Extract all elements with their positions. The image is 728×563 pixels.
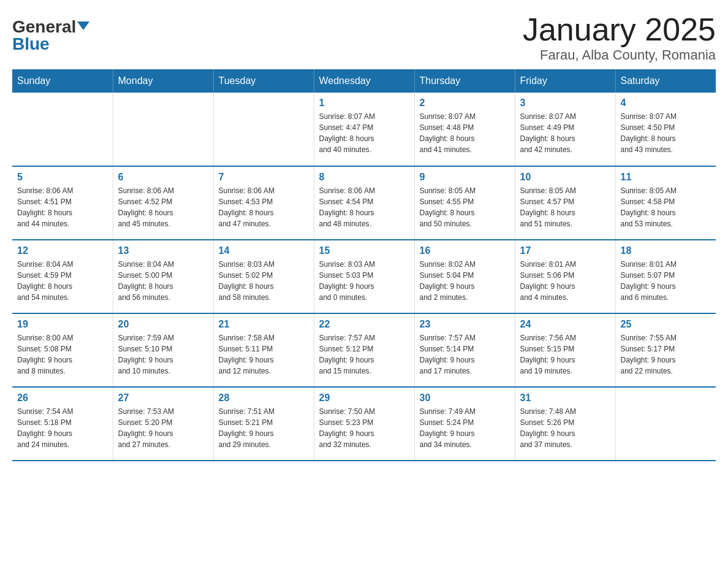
week-row-3: 12Sunrise: 8:04 AM Sunset: 4:59 PM Dayli… <box>12 240 716 313</box>
calendar-cell: 22Sunrise: 7:57 AM Sunset: 5:12 PM Dayli… <box>314 313 414 387</box>
page-header: General Blue January 2025 Farau, Alba Co… <box>12 12 716 63</box>
day-number: 6 <box>118 172 208 183</box>
logo-blue-text: Blue <box>12 36 50 53</box>
day-info: Sunrise: 7:57 AM Sunset: 5:12 PM Dayligh… <box>319 332 409 377</box>
calendar-cell: 18Sunrise: 8:01 AM Sunset: 5:07 PM Dayli… <box>615 240 716 313</box>
day-number: 8 <box>319 172 409 183</box>
day-info: Sunrise: 8:03 AM Sunset: 5:03 PM Dayligh… <box>319 259 409 303</box>
calendar-cell: 23Sunrise: 7:57 AM Sunset: 5:14 PM Dayli… <box>414 313 515 387</box>
day-number: 20 <box>118 319 208 330</box>
day-number: 25 <box>621 319 711 330</box>
calendar-cell: 8Sunrise: 8:06 AM Sunset: 4:54 PM Daylig… <box>314 166 414 240</box>
header-day-tuesday: Tuesday <box>213 69 314 93</box>
day-number: 22 <box>319 319 409 330</box>
day-info: Sunrise: 8:04 AM Sunset: 4:59 PM Dayligh… <box>17 259 108 303</box>
day-number: 29 <box>319 393 409 404</box>
day-number: 15 <box>319 245 409 256</box>
header-day-sunday: Sunday <box>12 69 113 93</box>
calendar-cell: 15Sunrise: 8:03 AM Sunset: 5:03 PM Dayli… <box>314 240 414 313</box>
day-info: Sunrise: 8:06 AM Sunset: 4:54 PM Dayligh… <box>319 185 409 229</box>
calendar-cell: 16Sunrise: 8:02 AM Sunset: 5:04 PM Dayli… <box>414 240 515 313</box>
day-info: Sunrise: 7:55 AM Sunset: 5:17 PM Dayligh… <box>621 332 711 377</box>
calendar-cell: 21Sunrise: 7:58 AM Sunset: 5:11 PM Dayli… <box>213 313 314 387</box>
calendar-table: SundayMondayTuesdayWednesdayThursdayFrid… <box>12 69 716 461</box>
day-number: 16 <box>420 245 510 256</box>
calendar-cell: 1Sunrise: 8:07 AM Sunset: 4:47 PM Daylig… <box>314 93 414 166</box>
day-info: Sunrise: 7:49 AM Sunset: 5:24 PM Dayligh… <box>420 406 510 450</box>
page-title: January 2025 <box>523 12 716 47</box>
calendar-cell: 7Sunrise: 8:06 AM Sunset: 4:53 PM Daylig… <box>213 166 314 240</box>
day-info: Sunrise: 7:59 AM Sunset: 5:10 PM Dayligh… <box>118 332 208 377</box>
day-number: 23 <box>420 319 510 330</box>
calendar-cell: 17Sunrise: 8:01 AM Sunset: 5:06 PM Dayli… <box>515 240 615 313</box>
day-info: Sunrise: 8:07 AM Sunset: 4:47 PM Dayligh… <box>319 111 409 155</box>
calendar-cell: 26Sunrise: 7:54 AM Sunset: 5:18 PM Dayli… <box>12 387 113 461</box>
calendar-body: 1Sunrise: 8:07 AM Sunset: 4:47 PM Daylig… <box>12 93 716 461</box>
day-info: Sunrise: 8:07 AM Sunset: 4:50 PM Dayligh… <box>621 111 711 155</box>
week-row-2: 5Sunrise: 8:06 AM Sunset: 4:51 PM Daylig… <box>12 166 716 240</box>
day-number: 19 <box>17 319 108 330</box>
calendar-cell: 9Sunrise: 8:05 AM Sunset: 4:55 PM Daylig… <box>414 166 515 240</box>
calendar-cell: 29Sunrise: 7:50 AM Sunset: 5:23 PM Dayli… <box>314 387 414 461</box>
day-number: 4 <box>621 98 711 109</box>
day-number: 17 <box>520 245 610 256</box>
week-row-4: 19Sunrise: 8:00 AM Sunset: 5:08 PM Dayli… <box>12 313 716 387</box>
day-info: Sunrise: 7:48 AM Sunset: 5:26 PM Dayligh… <box>520 406 610 450</box>
day-number: 5 <box>17 172 108 183</box>
day-info: Sunrise: 8:05 AM Sunset: 4:58 PM Dayligh… <box>621 185 711 229</box>
day-number: 3 <box>520 98 610 109</box>
day-number: 18 <box>621 245 711 256</box>
day-info: Sunrise: 8:07 AM Sunset: 4:49 PM Dayligh… <box>520 111 610 155</box>
day-info: Sunrise: 8:07 AM Sunset: 4:48 PM Dayligh… <box>420 111 510 155</box>
day-info: Sunrise: 7:58 AM Sunset: 5:11 PM Dayligh… <box>219 332 309 377</box>
header-day-friday: Friday <box>515 69 615 93</box>
day-info: Sunrise: 8:03 AM Sunset: 5:02 PM Dayligh… <box>219 259 309 303</box>
header-day-wednesday: Wednesday <box>314 69 414 93</box>
calendar-cell: 4Sunrise: 8:07 AM Sunset: 4:50 PM Daylig… <box>615 93 716 166</box>
calendar-cell <box>615 387 716 461</box>
header-day-monday: Monday <box>113 69 213 93</box>
logo-triangle-icon <box>77 21 89 30</box>
day-number: 13 <box>118 245 208 256</box>
day-number: 24 <box>520 319 610 330</box>
header-day-saturday: Saturday <box>615 69 716 93</box>
calendar-cell: 11Sunrise: 8:05 AM Sunset: 4:58 PM Dayli… <box>615 166 716 240</box>
calendar-cell: 3Sunrise: 8:07 AM Sunset: 4:49 PM Daylig… <box>515 93 615 166</box>
day-info: Sunrise: 8:04 AM Sunset: 5:00 PM Dayligh… <box>118 259 208 303</box>
title-block: January 2025 Farau, Alba County, Romania <box>523 12 716 63</box>
day-info: Sunrise: 7:56 AM Sunset: 5:15 PM Dayligh… <box>520 332 610 377</box>
calendar-cell: 13Sunrise: 8:04 AM Sunset: 5:00 PM Dayli… <box>113 240 213 313</box>
day-number: 26 <box>17 393 108 404</box>
calendar-cell: 12Sunrise: 8:04 AM Sunset: 4:59 PM Dayli… <box>12 240 113 313</box>
day-number: 1 <box>319 98 409 109</box>
day-info: Sunrise: 8:06 AM Sunset: 4:52 PM Dayligh… <box>118 185 208 229</box>
day-number: 14 <box>219 245 309 256</box>
calendar-cell: 10Sunrise: 8:05 AM Sunset: 4:57 PM Dayli… <box>515 166 615 240</box>
day-info: Sunrise: 7:57 AM Sunset: 5:14 PM Dayligh… <box>420 332 510 377</box>
day-number: 11 <box>621 172 711 183</box>
calendar-cell: 25Sunrise: 7:55 AM Sunset: 5:17 PM Dayli… <box>615 313 716 387</box>
day-number: 2 <box>420 98 510 109</box>
logo: General Blue <box>12 12 89 53</box>
calendar-cell: 24Sunrise: 7:56 AM Sunset: 5:15 PM Dayli… <box>515 313 615 387</box>
day-info: Sunrise: 8:06 AM Sunset: 4:51 PM Dayligh… <box>17 185 108 229</box>
calendar-cell: 6Sunrise: 8:06 AM Sunset: 4:52 PM Daylig… <box>113 166 213 240</box>
calendar-cell <box>213 93 314 166</box>
day-info: Sunrise: 8:02 AM Sunset: 5:04 PM Dayligh… <box>420 259 510 303</box>
calendar-cell: 20Sunrise: 7:59 AM Sunset: 5:10 PM Dayli… <box>113 313 213 387</box>
day-info: Sunrise: 7:51 AM Sunset: 5:21 PM Dayligh… <box>219 406 309 450</box>
day-info: Sunrise: 8:05 AM Sunset: 4:55 PM Dayligh… <box>420 185 510 229</box>
day-number: 28 <box>219 393 309 404</box>
calendar-cell: 27Sunrise: 7:53 AM Sunset: 5:20 PM Dayli… <box>113 387 213 461</box>
calendar-cell: 19Sunrise: 8:00 AM Sunset: 5:08 PM Dayli… <box>12 313 113 387</box>
logo-general-text: General <box>12 18 76 36</box>
page-subtitle: Farau, Alba County, Romania <box>523 47 716 63</box>
day-number: 30 <box>420 393 510 404</box>
day-number: 21 <box>219 319 309 330</box>
week-row-5: 26Sunrise: 7:54 AM Sunset: 5:18 PM Dayli… <box>12 387 716 461</box>
day-info: Sunrise: 8:01 AM Sunset: 5:07 PM Dayligh… <box>621 259 711 303</box>
calendar-cell: 30Sunrise: 7:49 AM Sunset: 5:24 PM Dayli… <box>414 387 515 461</box>
calendar-cell <box>12 93 113 166</box>
header-row: SundayMondayTuesdayWednesdayThursdayFrid… <box>12 69 716 93</box>
calendar-cell: 28Sunrise: 7:51 AM Sunset: 5:21 PM Dayli… <box>213 387 314 461</box>
